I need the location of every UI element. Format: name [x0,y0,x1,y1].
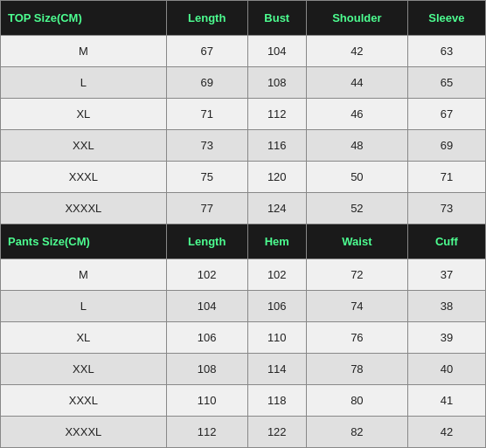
top-table-header: TOP Size(CM) Length Bust Shoulder Sleeve [1,1,486,36]
size-cell: L [1,291,167,322]
sleeve-cell: 67 [407,99,485,130]
length-cell: 69 [166,67,247,99]
hem-cell: 106 [247,291,306,322]
table-row: XL 106 110 76 39 [1,322,486,354]
size-chart-table: TOP Size(CM) Length Bust Shoulder Sleeve… [0,0,486,448]
pants-length-label: Length [166,224,247,259]
cuff-cell: 39 [407,322,485,354]
table-row: XL 71 112 46 67 [1,99,486,130]
waist-cell: 78 [306,354,407,385]
size-cell: M [1,259,167,291]
length-cell: 71 [166,99,247,130]
top-sleeve-label: Sleeve [407,1,485,36]
shoulder-cell: 50 [306,162,407,193]
size-cell: XL [1,99,167,130]
table-row: M 67 104 42 63 [1,36,486,67]
top-shoulder-label: Shoulder [306,1,407,36]
length-cell: 104 [166,291,247,322]
shoulder-cell: 52 [306,193,407,224]
waist-cell: 82 [306,417,407,448]
sleeve-cell: 69 [407,130,485,162]
top-bust-label: Bust [247,1,306,36]
size-cell: XXL [1,354,167,385]
size-cell: XXXL [1,385,167,417]
sleeve-cell: 73 [407,193,485,224]
bust-cell: 112 [247,99,306,130]
waist-cell: 80 [306,385,407,417]
bust-cell: 104 [247,36,306,67]
length-cell: 77 [166,193,247,224]
length-cell: 106 [166,322,247,354]
bust-cell: 120 [247,162,306,193]
cuff-cell: 38 [407,291,485,322]
table-row: XXL 73 116 48 69 [1,130,486,162]
hem-cell: 118 [247,385,306,417]
waist-cell: 72 [306,259,407,291]
size-cell: XL [1,322,167,354]
waist-cell: 76 [306,322,407,354]
hem-cell: 102 [247,259,306,291]
sleeve-cell: 71 [407,162,485,193]
pants-table-header: Pants Size(CM) Length Hem Waist Cuff [1,224,486,259]
pants-cuff-label: Cuff [407,224,485,259]
bust-cell: 124 [247,193,306,224]
sleeve-cell: 63 [407,36,485,67]
shoulder-cell: 42 [306,36,407,67]
size-cell: XXXL [1,162,167,193]
table-row: XXXL 75 120 50 71 [1,162,486,193]
size-cell: XXL [1,130,167,162]
cuff-cell: 37 [407,259,485,291]
cuff-cell: 41 [407,385,485,417]
length-cell: 108 [166,354,247,385]
size-cell: M [1,36,167,67]
shoulder-cell: 46 [306,99,407,130]
length-cell: 67 [166,36,247,67]
length-cell: 102 [166,259,247,291]
cuff-cell: 40 [407,354,485,385]
hem-cell: 110 [247,322,306,354]
pants-size-label: Pants Size(CM) [1,224,167,259]
sleeve-cell: 65 [407,67,485,99]
top-size-label: TOP Size(CM) [1,1,167,36]
table-row: XXL 108 114 78 40 [1,354,486,385]
waist-cell: 74 [306,291,407,322]
table-row: XXXXL 112 122 82 42 [1,417,486,448]
pants-hem-label: Hem [247,224,306,259]
length-cell: 110 [166,385,247,417]
cuff-cell: 42 [407,417,485,448]
table-row: M 102 102 72 37 [1,259,486,291]
length-cell: 112 [166,417,247,448]
length-cell: 75 [166,162,247,193]
size-cell: L [1,67,167,99]
size-cell: XXXXL [1,417,167,448]
size-cell: XXXXL [1,193,167,224]
shoulder-cell: 48 [306,130,407,162]
table-row: XXXL 110 118 80 41 [1,385,486,417]
bust-cell: 108 [247,67,306,99]
top-length-label: Length [166,1,247,36]
hem-cell: 122 [247,417,306,448]
pants-waist-label: Waist [306,224,407,259]
table-row: L 104 106 74 38 [1,291,486,322]
bust-cell: 116 [247,130,306,162]
hem-cell: 114 [247,354,306,385]
shoulder-cell: 44 [306,67,407,99]
table-row: L 69 108 44 65 [1,67,486,99]
table-row: XXXXL 77 124 52 73 [1,193,486,224]
length-cell: 73 [166,130,247,162]
